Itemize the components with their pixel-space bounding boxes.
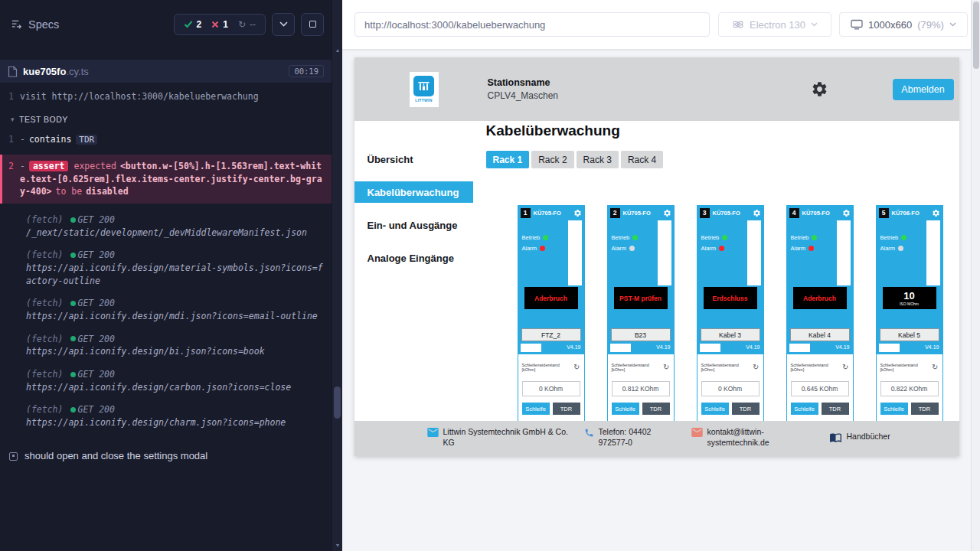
network-request-row[interactable]: (fetch)GET 200 https://api.iconify.desig… xyxy=(0,297,332,322)
cable-name: B23 xyxy=(611,328,671,341)
app-header: LITTWIN Stationsname CPLV4_Maschen Abmel… xyxy=(354,57,959,121)
sidebar-item-uebersicht[interactable]: Übersicht xyxy=(354,148,473,170)
card-settings-icon[interactable] xyxy=(932,209,940,217)
page-scrollbar[interactable] xyxy=(971,0,980,551)
test-stats: 2 1 ↻ -- xyxy=(174,14,266,35)
logout-button[interactable]: Abmelden xyxy=(893,79,954,100)
schleife-button[interactable]: Schleife xyxy=(522,403,550,415)
settings-gear-icon[interactable] xyxy=(811,80,828,98)
next-test-row[interactable]: should open and close the settings modal xyxy=(9,449,332,464)
aut-viewport: LITTWIN Stationsname CPLV4_Maschen Abmel… xyxy=(342,49,971,551)
status-dot-icon xyxy=(70,407,76,412)
network-request-row[interactable]: (fetch)GET 200 https://api.iconify.desig… xyxy=(0,333,332,358)
specs-label: Specs xyxy=(28,18,59,31)
scroll-up-icon[interactable]: ▲ xyxy=(332,47,343,53)
footer-email[interactable]: kontakt@littwin-systemtechnik.de xyxy=(691,427,778,448)
x-icon xyxy=(211,21,219,28)
refresh-icon[interactable]: ↻ xyxy=(573,364,580,371)
status-display: Erdschluss xyxy=(704,287,757,309)
fetch-status: GET 200 xyxy=(77,333,114,346)
card-settings-icon[interactable] xyxy=(573,209,582,217)
sidebar-item-kabelueberwachung[interactable]: Kabelüberwachung xyxy=(354,181,473,203)
resistance-value: 0.645 KOhm xyxy=(791,381,849,396)
reporter-scrollbar[interactable]: ▲ ▼ xyxy=(332,0,342,551)
tdr-button[interactable]: TDR xyxy=(732,403,760,415)
network-request-row[interactable]: (fetch)GET 200 https://api.iconify.desig… xyxy=(0,249,332,287)
stop-run-button[interactable] xyxy=(301,13,324,36)
check-icon xyxy=(184,20,193,28)
viewport-select[interactable]: 1000x660 (79%) xyxy=(839,12,968,37)
scrollbar-thumb[interactable] xyxy=(334,386,341,419)
book-icon xyxy=(829,432,842,443)
card-number: 1 xyxy=(521,208,531,218)
browser-select[interactable]: Electron 130 xyxy=(718,12,831,37)
refresh-icon[interactable]: ↻ xyxy=(663,364,669,371)
tab-rack-2[interactable]: Rack 2 xyxy=(531,151,573,168)
schleife-button[interactable]: Schleife xyxy=(701,403,729,415)
section-label: TEST BODY xyxy=(19,114,68,126)
refresh-icon[interactable]: ↻ xyxy=(842,364,848,371)
aut-toolbar: Electron 130 1000x660 (79%) xyxy=(342,0,971,49)
card-side-panel xyxy=(658,220,671,285)
network-request-row[interactable]: (fetch)GET 200 /_next/static/development… xyxy=(0,214,332,239)
refresh-icon[interactable]: ↻ xyxy=(932,364,938,371)
footer-manuals-link[interactable]: Handbücher xyxy=(829,431,890,443)
tdr-button[interactable]: TDR xyxy=(553,403,580,415)
command-contains-row[interactable]: 1 -containsTDR xyxy=(0,133,332,146)
alarm-led xyxy=(629,246,635,251)
command-log: 1 visit http://localhost:3000/kabelueber… xyxy=(0,83,332,463)
status-dot-icon xyxy=(70,217,76,223)
fetch-status: GET 200 xyxy=(77,368,114,381)
fetch-label: (fetch) xyxy=(26,214,63,227)
kabel-app: LITTWIN Stationsname CPLV4_Maschen Abmel… xyxy=(354,57,959,456)
refresh-icon[interactable]: ↻ xyxy=(753,364,759,371)
assert-expected: expected xyxy=(74,161,116,171)
app-footer: Littwin Systemtechnik GmbH & Co. KG Tele… xyxy=(354,421,959,456)
network-request-row[interactable]: (fetch)GET 200 https://api.iconify.desig… xyxy=(0,368,332,393)
version-box xyxy=(700,344,720,352)
cable-name: Kabel 5 xyxy=(880,328,939,341)
spec-file-row[interactable]: kue705fo.cy.ts 00:19 xyxy=(0,60,332,83)
footer-company: Littwin Systemtechnik GmbH & Co. KG xyxy=(427,427,577,448)
network-request-row[interactable]: (fetch)GET 200 https://api.iconify.desig… xyxy=(0,403,332,429)
command-visit-row[interactable]: 1 visit http://localhost:3000/kabelueber… xyxy=(0,90,332,103)
scroll-down-icon[interactable]: ▼ xyxy=(332,543,343,548)
viewport-size-icon xyxy=(851,19,863,30)
sidebar-item-ein-und-ausgaenge[interactable]: Ein- und Ausgänge xyxy=(354,214,473,236)
schleife-button[interactable]: Schleife xyxy=(612,403,639,415)
tab-rack-1[interactable]: Rack 1 xyxy=(486,151,530,168)
specs-menu-button[interactable]: Specs xyxy=(11,18,59,31)
firmware-version: V4.19 xyxy=(746,344,760,350)
firmware-version: V4.19 xyxy=(567,344,580,350)
device-card-3: 3KÜ705-FO BetriebAlarm Erdschluss Kabel … xyxy=(697,205,764,421)
card-number: 4 xyxy=(789,208,799,218)
tdr-button[interactable]: TDR xyxy=(822,403,849,415)
spec-file-icon xyxy=(8,66,18,77)
tdr-button[interactable]: TDR xyxy=(911,403,939,415)
line-number: 1 xyxy=(0,133,20,146)
card-settings-icon[interactable] xyxy=(842,209,851,217)
sidebar-item-analoge-eingaenge[interactable]: Analoge Eingänge xyxy=(354,247,473,269)
schleife-button[interactable]: Schleife xyxy=(791,403,818,415)
resistance-value: 0.822 KOhm xyxy=(880,381,939,396)
footer-phone: Telefon: 04402 972577-0 xyxy=(584,427,681,448)
status-dot-icon xyxy=(70,372,76,377)
tdr-button[interactable]: TDR xyxy=(642,403,670,415)
card-settings-icon[interactable] xyxy=(753,209,761,217)
scrollbar-thumb[interactable] xyxy=(973,2,979,69)
version-box xyxy=(879,344,900,352)
card-settings-icon[interactable] xyxy=(663,209,671,217)
collapse-reporter-button[interactable] xyxy=(272,13,295,36)
tab-rack-3[interactable]: Rack 3 xyxy=(577,151,619,168)
betrieb-led xyxy=(632,235,638,240)
tab-rack-4[interactable]: Rack 4 xyxy=(621,151,663,168)
line-number: 1 xyxy=(0,90,20,103)
betrieb-label: Betrieb xyxy=(612,234,630,241)
schleife-button[interactable]: Schleife xyxy=(880,403,908,415)
status-dot-icon xyxy=(70,301,76,306)
test-body-section[interactable]: ▾ TEST BODY xyxy=(11,114,332,126)
status-dot-icon xyxy=(70,253,76,258)
failed-assert-row[interactable]: 2 -assertexpected<button.w-[50%].h-[1.56… xyxy=(0,155,332,204)
alarm-label: Alarm xyxy=(612,245,627,252)
url-input[interactable] xyxy=(354,12,710,37)
